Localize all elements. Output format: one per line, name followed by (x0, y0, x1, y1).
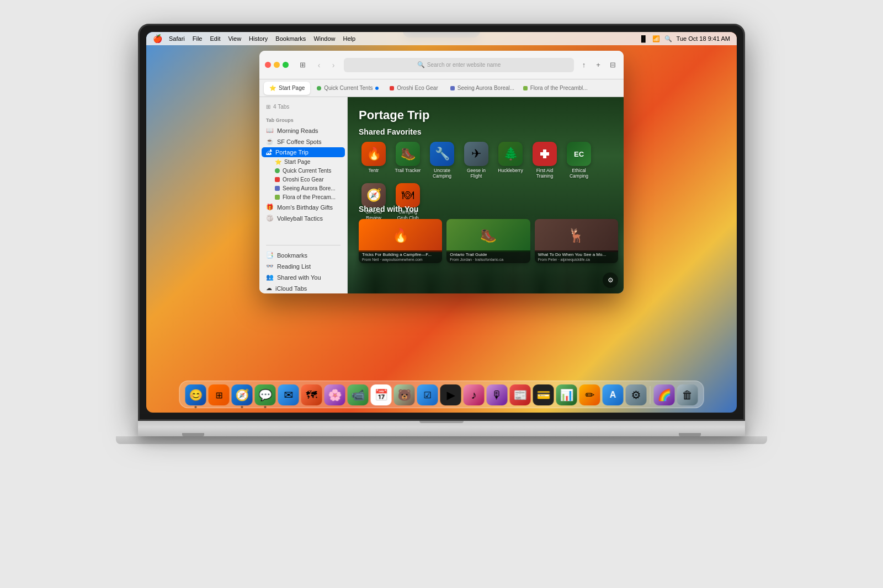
sidebar-toggle-button[interactable]: ⊟ (607, 60, 618, 71)
fav-uncrate[interactable]: 🔧 Uncrate Camping (427, 142, 457, 179)
tab-start-page[interactable]: ⭐ Start Page (264, 82, 310, 95)
sidebar-moms-birthday[interactable]: 🎁 Mom's Birthday Gifts (262, 202, 345, 212)
card-title: Tricks For Building a Campfire—F... (362, 252, 439, 258)
menu-help[interactable]: Help (343, 35, 356, 42)
dock-separator (650, 386, 651, 404)
battery-icon: ▐▌ (639, 35, 648, 42)
dock-facetime[interactable]: 📹 (348, 384, 369, 405)
dock-launchpad[interactable]: ⊞ (209, 384, 230, 405)
sidebar-shared-with-you[interactable]: 👥 Shared with You (262, 272, 345, 282)
dock-mail[interactable]: ✉ (278, 384, 299, 405)
tab-bar: ⭐ Start Page Quick Current Tents Oroshi … (259, 79, 624, 97)
sidebar: ⊞ 4 Tabs Tab Groups 📖 Morning Reads ☕ SF… (259, 97, 348, 293)
sidebar-reading-list[interactable]: 👓 Reading List (262, 261, 345, 271)
apple-menu[interactable]: 🍎 (153, 34, 162, 43)
fav-ethical-camping[interactable]: EC Ethical Camping (564, 142, 594, 179)
add-tab-button[interactable]: + (593, 60, 604, 71)
safari-dot (241, 406, 243, 408)
dock-things[interactable]: ☑ (417, 384, 438, 405)
macbook-hinge (419, 421, 464, 423)
sidebar-sf-coffee-spots[interactable]: ☕ SF Coffee Spots (262, 136, 345, 147)
sidebar-icloud-tabs[interactable]: ☁ iCloud Tabs (262, 283, 345, 293)
sidebar-bookmarks[interactable]: 📑 Bookmarks (262, 250, 345, 260)
macbook-bottom-base (116, 436, 767, 444)
forward-button[interactable]: › (327, 59, 339, 71)
menu-file[interactable]: File (193, 35, 203, 42)
close-button[interactable] (265, 62, 271, 68)
dock-appletv[interactable]: ▶ (440, 384, 461, 405)
dock-messages[interactable]: 💬 (255, 384, 276, 405)
dock-appstore[interactable]: A (603, 384, 624, 405)
sidebar-morning-reads[interactable]: 📖 Morning Reads (262, 125, 345, 136)
shared-card-trail-guide[interactable]: 🥾 Ontario Trail Guide From Jordan · trai… (446, 219, 530, 263)
fav-huckleberry[interactable]: 🌲 Huckleberry (496, 142, 525, 179)
menu-safari[interactable]: Safari (169, 35, 185, 42)
menubar: 🍎 Safari File Edit View History Bookmark… (146, 32, 737, 45)
sidebar-tab-start-page[interactable]: ⭐ Start Page (262, 158, 345, 166)
dock-maps[interactable]: 🗺 (301, 384, 322, 405)
fav-label: Ethical Camping (564, 168, 594, 179)
dock-finder[interactable]: 😊 (185, 384, 206, 405)
maximize-button[interactable] (283, 62, 289, 68)
red-tab-icon (275, 177, 280, 182)
menu-view[interactable]: View (228, 35, 241, 42)
dock-numbers[interactable]: 📊 (556, 384, 577, 405)
dock-trash[interactable]: 🗑 (677, 384, 698, 405)
sidebar-portage-trip[interactable]: 🏕 Portage Trip (262, 147, 345, 157)
back-button[interactable]: ‹ (313, 59, 325, 71)
menu-edit[interactable]: Edit (210, 35, 220, 42)
tentr-icon: 🔥 (361, 142, 386, 166)
fav-first-aid[interactable]: First Aid Training (530, 142, 560, 179)
camp-icon: 🏕 (266, 149, 272, 156)
address-bar[interactable]: 🔍 Search or enter website name (344, 58, 574, 72)
dock-wallet[interactable]: 💳 (533, 384, 554, 405)
menu-bookmarks[interactable]: Bookmarks (275, 35, 306, 42)
dock-arc[interactable]: 🌈 (654, 384, 675, 405)
dock-news[interactable]: 📰 (510, 384, 531, 405)
minimize-button[interactable] (274, 62, 280, 68)
tab-overview-button[interactable]: ⊞ (296, 59, 308, 71)
tab-oroshi-eco-gear[interactable]: Oroshi Eco Gear (384, 82, 443, 95)
tab-flora[interactable]: Flora of the Precambl... (518, 82, 589, 95)
sidebar-volleyball-tactics[interactable]: 🏐 Volleyball Tactics (262, 213, 345, 223)
fav-trail-tracker[interactable]: 🥾 Trail Tracker (393, 142, 423, 179)
sidebar-tab-flora[interactable]: Flora of the Precam... (262, 193, 345, 201)
messages-icon: 💬 (258, 388, 272, 402)
tab-label: Seeing Aurora Boreal... (458, 85, 514, 91)
menu-window[interactable]: Window (313, 35, 335, 42)
sidebar-tab-aurora[interactable]: Seeing Aurora Bore... (262, 184, 345, 193)
search-menubar-icon[interactable]: 🔍 (664, 35, 672, 42)
dock-systemprefs[interactable]: ⚙ (626, 384, 647, 405)
share-button[interactable]: ↑ (578, 60, 589, 71)
main-content: Portage Trip Shared Favorites 🔥 Tentr (348, 97, 624, 293)
fav-label: Tentr (369, 168, 379, 173)
news-icon: 📰 (513, 388, 527, 402)
card-source: From Neil · wayoutsomewhere.com (362, 258, 439, 261)
dock-podcasts[interactable]: 🎙 (487, 384, 508, 405)
dock-calendar[interactable]: 📅 (371, 384, 392, 405)
sidebar-tab-quick-current-tents[interactable]: Quick Current Tents (262, 167, 345, 175)
shared-card-moose[interactable]: 🦌 What To Do When You See a Mo... From P… (535, 219, 618, 263)
shared-with-you-section: Shared with You 🔥 Tricks For Building a … (359, 205, 618, 263)
launchpad-icon: ⊞ (215, 390, 222, 400)
shared-card-campfire[interactable]: 🔥 Tricks For Building a Campfire—F... Fr… (359, 219, 442, 263)
photos-icon: 🌸 (328, 388, 342, 402)
menu-history[interactable]: History (249, 35, 268, 42)
macbook: 🍎 Safari File Edit View History Bookmark… (110, 24, 773, 564)
facetime-icon: 📹 (351, 388, 365, 402)
dock-photos[interactable]: 🌸 (325, 384, 345, 405)
card-title: What To Do When You See a Mo... (538, 252, 615, 258)
card-info: Ontario Trail Guide From Jordan · trails… (446, 250, 530, 263)
dock-music[interactable]: ♪ (464, 384, 485, 405)
tab-quick-current-tents[interactable]: Quick Current Tents (311, 82, 383, 95)
tab-seeing-aurora[interactable]: Seeing Aurora Boreal... (445, 82, 517, 95)
customize-button[interactable]: ⚙ (603, 272, 618, 288)
dock-pencil[interactable]: ✏ (579, 384, 600, 405)
dock-safari[interactable]: 🧭 (232, 384, 253, 405)
dock-bear[interactable]: 🐻 (394, 384, 415, 405)
fav-tentr[interactable]: 🔥 Tentr (359, 142, 389, 179)
sidebar-tab-oroshi[interactable]: Oroshi Eco Gear (262, 175, 345, 184)
music-icon: ♪ (471, 389, 477, 402)
sidebar-group-label: Portage Trip (275, 149, 308, 156)
fav-geese[interactable]: ✈ Geese in Flight (461, 142, 491, 179)
